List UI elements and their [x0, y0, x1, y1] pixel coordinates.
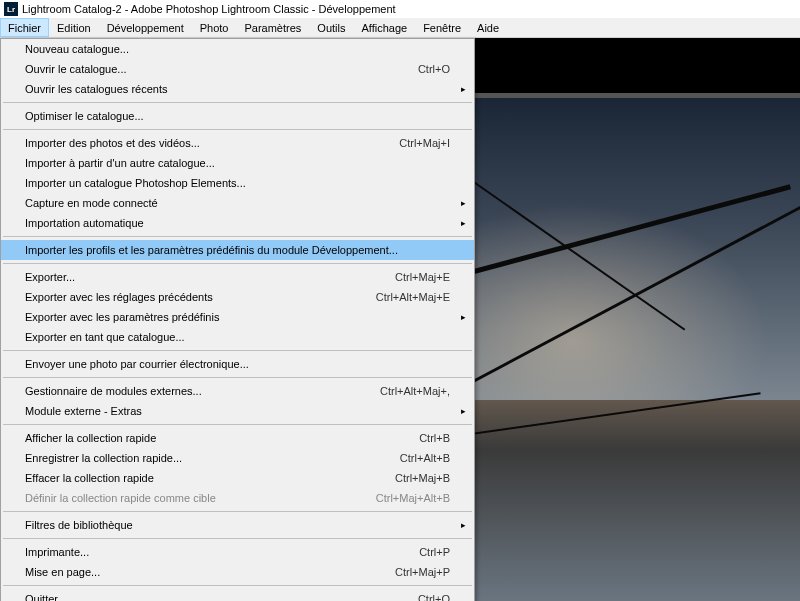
menu-separator	[3, 424, 472, 425]
menu-item: Définir la collection rapide comme cible…	[1, 488, 474, 508]
menu-fichier[interactable]: Fichier	[0, 18, 49, 37]
menu-item[interactable]: Mise en page...Ctrl+Maj+P	[1, 562, 474, 582]
menu-item[interactable]: Envoyer une photo par courrier électroni…	[1, 354, 474, 374]
menu-shortcut: Ctrl+Maj+P	[395, 566, 450, 578]
menu-item[interactable]: Ouvrir le catalogue...Ctrl+O	[1, 59, 474, 79]
menu-separator	[3, 511, 472, 512]
chevron-right-icon: ▸	[461, 312, 466, 322]
menu-item[interactable]: Imprimante...Ctrl+P	[1, 542, 474, 562]
menu-item-label: Importer un catalogue Photoshop Elements…	[25, 177, 450, 189]
menu-item-label: Ouvrir le catalogue...	[25, 63, 418, 75]
menu-separator	[3, 350, 472, 351]
menu-item-label: Capture en mode connecté	[25, 197, 450, 209]
menu-photo[interactable]: Photo	[192, 18, 237, 37]
menu-fenetre[interactable]: Fenêtre	[415, 18, 469, 37]
menu-separator	[3, 585, 472, 586]
menu-item-label: Importer les profils et les paramètres p…	[25, 244, 450, 256]
window-title: Lightroom Catalog-2 - Adobe Photoshop Li…	[22, 3, 396, 15]
menu-item[interactable]: Ouvrir les catalogues récents▸	[1, 79, 474, 99]
menu-item-label: Exporter en tant que catalogue...	[25, 331, 450, 343]
app-icon: Lr	[4, 2, 18, 16]
menu-shortcut: Ctrl+Alt+Maj+E	[376, 291, 450, 303]
chevron-right-icon: ▸	[461, 406, 466, 416]
menu-item[interactable]: Nouveau catalogue...	[1, 39, 474, 59]
menu-outils[interactable]: Outils	[309, 18, 353, 37]
menu-item-label: Exporter...	[25, 271, 395, 283]
menu-separator	[3, 236, 472, 237]
menu-item-label: Mise en page...	[25, 566, 395, 578]
fichier-dropdown: Nouveau catalogue...Ouvrir le catalogue.…	[0, 38, 475, 601]
menu-item[interactable]: Filtres de bibliothèque▸	[1, 515, 474, 535]
menu-item-label: Effacer la collection rapide	[25, 472, 395, 484]
menu-item-label: Importer des photos et des vidéos...	[25, 137, 399, 149]
menu-item[interactable]: Importer des photos et des vidéos...Ctrl…	[1, 133, 474, 153]
chevron-right-icon: ▸	[461, 84, 466, 94]
menu-item-label: Gestionnaire de modules externes...	[25, 385, 380, 397]
menu-item[interactable]: Gestionnaire de modules externes...Ctrl+…	[1, 381, 474, 401]
chevron-right-icon: ▸	[461, 218, 466, 228]
menu-shortcut: Ctrl+Q	[418, 593, 450, 601]
menu-item[interactable]: Exporter avec les paramètres prédéfinis▸	[1, 307, 474, 327]
chevron-right-icon: ▸	[461, 198, 466, 208]
menu-item[interactable]: Effacer la collection rapideCtrl+Maj+B	[1, 468, 474, 488]
menu-item-label: Filtres de bibliothèque	[25, 519, 450, 531]
menu-item-label: Envoyer une photo par courrier électroni…	[25, 358, 450, 370]
menu-item-label: Quitter	[25, 593, 418, 601]
menu-item[interactable]: Afficher la collection rapideCtrl+B	[1, 428, 474, 448]
menu-item[interactable]: Optimiser le catalogue...	[1, 106, 474, 126]
menu-item-label: Module externe - Extras	[25, 405, 450, 417]
menu-aide[interactable]: Aide	[469, 18, 507, 37]
menu-item[interactable]: Module externe - Extras▸	[1, 401, 474, 421]
menu-developpement[interactable]: Développement	[99, 18, 192, 37]
menu-shortcut: Ctrl+Alt+Maj+,	[380, 385, 450, 397]
menu-edition[interactable]: Edition	[49, 18, 99, 37]
menu-shortcut: Ctrl+Maj+Alt+B	[376, 492, 450, 504]
menu-separator	[3, 102, 472, 103]
menu-separator	[3, 538, 472, 539]
menu-item[interactable]: Exporter avec les réglages précédentsCtr…	[1, 287, 474, 307]
menu-item[interactable]: Importer à partir d'un autre catalogue..…	[1, 153, 474, 173]
menu-shortcut: Ctrl+Maj+E	[395, 271, 450, 283]
menu-item[interactable]: QuitterCtrl+Q	[1, 589, 474, 601]
menu-item[interactable]: Exporter...Ctrl+Maj+E	[1, 267, 474, 287]
menu-item-label: Enregistrer la collection rapide...	[25, 452, 400, 464]
menu-shortcut: Ctrl+O	[418, 63, 450, 75]
menu-shortcut: Ctrl+Alt+B	[400, 452, 450, 464]
menu-item[interactable]: Enregistrer la collection rapide...Ctrl+…	[1, 448, 474, 468]
menu-affichage[interactable]: Affichage	[353, 18, 415, 37]
menu-item[interactable]: Importer les profils et les paramètres p…	[1, 240, 474, 260]
menu-shortcut: Ctrl+Maj+B	[395, 472, 450, 484]
menubar: Fichier Edition Développement Photo Para…	[0, 18, 800, 38]
menu-item[interactable]: Importer un catalogue Photoshop Elements…	[1, 173, 474, 193]
menu-separator	[3, 377, 472, 378]
menu-item-label: Exporter avec les paramètres prédéfinis	[25, 311, 450, 323]
menu-item[interactable]: Capture en mode connecté▸	[1, 193, 474, 213]
menu-item-label: Importer à partir d'un autre catalogue..…	[25, 157, 450, 169]
menu-item-label: Imprimante...	[25, 546, 419, 558]
menu-separator	[3, 263, 472, 264]
menu-shortcut: Ctrl+P	[419, 546, 450, 558]
menu-item-label: Définir la collection rapide comme cible	[25, 492, 376, 504]
chevron-right-icon: ▸	[461, 520, 466, 530]
titlebar: Lr Lightroom Catalog-2 - Adobe Photoshop…	[0, 0, 800, 18]
menu-parametres[interactable]: Paramètres	[236, 18, 309, 37]
menu-item-label: Afficher la collection rapide	[25, 432, 419, 444]
menu-item-label: Ouvrir les catalogues récents	[25, 83, 450, 95]
menu-item-label: Nouveau catalogue...	[25, 43, 450, 55]
menu-item[interactable]: Importation automatique▸	[1, 213, 474, 233]
menu-separator	[3, 129, 472, 130]
menu-shortcut: Ctrl+B	[419, 432, 450, 444]
menu-item[interactable]: Exporter en tant que catalogue...	[1, 327, 474, 347]
menu-item-label: Importation automatique	[25, 217, 450, 229]
menu-item-label: Optimiser le catalogue...	[25, 110, 450, 122]
menu-item-label: Exporter avec les réglages précédents	[25, 291, 376, 303]
menu-shortcut: Ctrl+Maj+I	[399, 137, 450, 149]
